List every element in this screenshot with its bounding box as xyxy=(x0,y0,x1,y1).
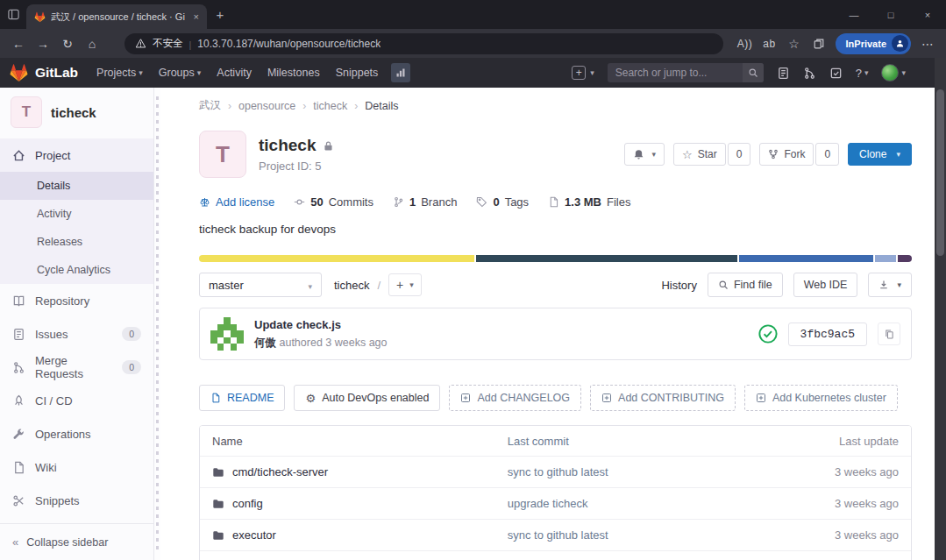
web-ide-button[interactable]: Web IDE xyxy=(793,273,858,297)
sidebar-item-repository[interactable]: Repository xyxy=(0,284,153,317)
tags-stat[interactable]: 0 Tags xyxy=(476,195,529,209)
sidebar-item-operations[interactable]: Operations xyxy=(0,417,153,450)
notifications-bell-button[interactable] xyxy=(624,143,665,166)
browser-titlebar: 武汉 / opensource / ticheck · Gi × + — □ × xyxy=(0,0,946,29)
sidebar-item-cicd[interactable]: CI / CD xyxy=(0,384,153,417)
workspace-icon[interactable] xyxy=(0,0,26,29)
nav-activity-link[interactable]: Activity xyxy=(209,67,260,79)
readme-button[interactable]: README xyxy=(199,385,285,411)
collapse-sidebar-button[interactable]: Collapse sidebar xyxy=(0,523,153,560)
branch-selector[interactable]: master xyxy=(199,273,322,297)
search-icon[interactable] xyxy=(743,63,764,82)
read-aloud-icon[interactable]: A)) xyxy=(734,32,757,55)
sidebar-item-wiki[interactable]: Wiki xyxy=(0,450,153,484)
repo-path: ticheck + xyxy=(334,273,422,296)
new-dropdown[interactable]: + xyxy=(572,66,594,80)
sidebar-scrollbar[interactable] xyxy=(154,88,160,560)
commit-title-link[interactable]: Update check.js xyxy=(254,318,388,331)
sidebar-item-cycle-analytics[interactable]: Cycle Analytics xyxy=(0,256,153,284)
auto-devops-button[interactable]: Auto DevOps enabled xyxy=(294,385,440,411)
user-menu[interactable] xyxy=(881,64,906,82)
nav-milestones-link[interactable]: Milestones xyxy=(260,67,328,79)
merge-requests-icon[interactable] xyxy=(803,67,816,80)
sidebar-item-details[interactable]: Details xyxy=(0,172,153,200)
pipeline-status-icon[interactable] xyxy=(758,324,778,344)
home-button[interactable]: ⌂ xyxy=(81,32,103,55)
refresh-button[interactable]: ↻ xyxy=(56,32,79,55)
scrollbar-thumb[interactable] xyxy=(936,89,944,256)
forward-button[interactable]: → xyxy=(32,32,54,55)
global-search[interactable] xyxy=(608,63,764,82)
sidebar-item-releases[interactable]: Releases xyxy=(0,228,153,256)
breadcrumb-subgroup-link[interactable]: opensource xyxy=(238,100,295,112)
commit-message-link[interactable]: sync to github latest xyxy=(508,465,608,478)
commit-author-link[interactable]: 何傲 xyxy=(254,337,276,349)
fork-button[interactable]: Fork xyxy=(759,143,814,166)
collections-icon[interactable] xyxy=(807,32,830,55)
add-favorite-star-icon[interactable]: ☆ xyxy=(783,32,806,55)
nav-groups-menu[interactable]: Groups xyxy=(151,67,210,79)
commit-sha[interactable]: 3fbc9ac5 xyxy=(788,323,867,346)
sidebar-item-merge-requests[interactable]: Merge Requests 0 xyxy=(0,351,153,384)
clone-button[interactable]: Clone xyxy=(848,143,912,166)
analytics-chart-icon[interactable] xyxy=(391,63,410,82)
language-bar[interactable] xyxy=(199,255,912,262)
repo-root-link[interactable]: ticheck xyxy=(334,279,369,292)
nav-snippets-link[interactable]: Snippets xyxy=(328,67,387,79)
add-contributing-button[interactable]: Add CONTRIBUTING xyxy=(590,385,736,411)
sidebar-item-activity[interactable]: Activity xyxy=(0,200,153,228)
star-count[interactable]: 0 xyxy=(728,143,751,166)
file-name-link[interactable]: executor xyxy=(232,528,276,542)
add-license-link[interactable]: Add license xyxy=(199,195,274,209)
sidebar-project-header[interactable]: T ticheck xyxy=(0,88,153,138)
breadcrumb-group-link[interactable]: 武汉 xyxy=(199,98,221,113)
table-row[interactable]: cmd/ticheck-server sync to github latest… xyxy=(200,456,911,487)
window-minimize-button[interactable]: — xyxy=(836,10,872,20)
quick-action-buttons: README Auto DevOps enabled Add CHANGELOG… xyxy=(199,385,912,411)
window-maximize-button[interactable]: □ xyxy=(872,10,909,20)
tab-close-icon[interactable]: × xyxy=(194,11,199,22)
find-file-button[interactable]: Find file xyxy=(708,273,783,297)
table-row[interactable]: internal sync to github latest 3 weeks a… xyxy=(200,550,911,560)
sidebar-item-snippets[interactable]: Snippets xyxy=(0,484,153,517)
sidebar-item-issues[interactable]: Issues 0 xyxy=(0,317,153,351)
commit-message-link[interactable]: sync to github latest xyxy=(508,528,608,542)
download-dropdown[interactable] xyxy=(868,273,912,297)
brand-name: GitLab xyxy=(35,65,78,81)
add-file-dropdown[interactable]: + xyxy=(388,273,422,296)
files-stat[interactable]: 1.3 MB Files xyxy=(548,195,630,209)
history-button[interactable]: History xyxy=(661,279,696,292)
browser-tab[interactable]: 武汉 / opensource / ticheck · Gi × xyxy=(26,4,207,29)
last-update-text: 3 weeks ago xyxy=(767,497,899,510)
breadcrumb-separator xyxy=(354,100,358,112)
commits-stat[interactable]: 50 Commits xyxy=(294,195,373,209)
browser-menu-button[interactable]: ⋯ xyxy=(916,32,939,55)
file-name-link[interactable]: config xyxy=(232,497,263,510)
new-tab-button[interactable]: + xyxy=(207,7,233,22)
issues-icon[interactable] xyxy=(777,67,790,80)
star-button[interactable]: Star xyxy=(673,143,726,166)
gitlab-favicon-icon xyxy=(34,11,46,23)
page-scrollbar[interactable] xyxy=(935,58,946,560)
sidebar-item-project[interactable]: Project xyxy=(0,138,153,172)
table-row[interactable]: executor sync to github latest 3 weeks a… xyxy=(200,519,911,550)
copy-sha-button[interactable] xyxy=(878,323,900,345)
help-menu[interactable]: ? xyxy=(856,67,869,80)
commit-message-link[interactable]: upgrade ticheck xyxy=(508,497,588,510)
table-row[interactable]: config upgrade ticheck 3 weeks ago xyxy=(200,487,911,519)
branches-stat[interactable]: 1 Branch xyxy=(393,195,457,209)
back-button[interactable]: ← xyxy=(7,32,30,55)
window-close-button[interactable]: × xyxy=(909,10,946,20)
add-changelog-button[interactable]: Add CHANGELOG xyxy=(449,385,581,411)
search-input[interactable] xyxy=(615,67,733,79)
inprivate-badge[interactable]: InPrivate xyxy=(836,33,911,54)
file-name-link[interactable]: cmd/ticheck-server xyxy=(232,465,328,478)
translate-icon[interactable]: ab xyxy=(758,32,781,55)
add-kubernetes-button[interactable]: Add Kubernetes cluster xyxy=(744,385,898,411)
gitlab-logo[interactable]: GitLab xyxy=(9,63,78,82)
nav-projects-menu[interactable]: Projects xyxy=(89,67,151,79)
address-bar[interactable]: 不安全 10.3.70.187/wuhan/opensource/ticheck xyxy=(124,33,723,54)
breadcrumb-project-link[interactable]: ticheck xyxy=(313,100,347,112)
todos-icon[interactable] xyxy=(829,67,843,80)
fork-count[interactable]: 0 xyxy=(815,143,839,166)
